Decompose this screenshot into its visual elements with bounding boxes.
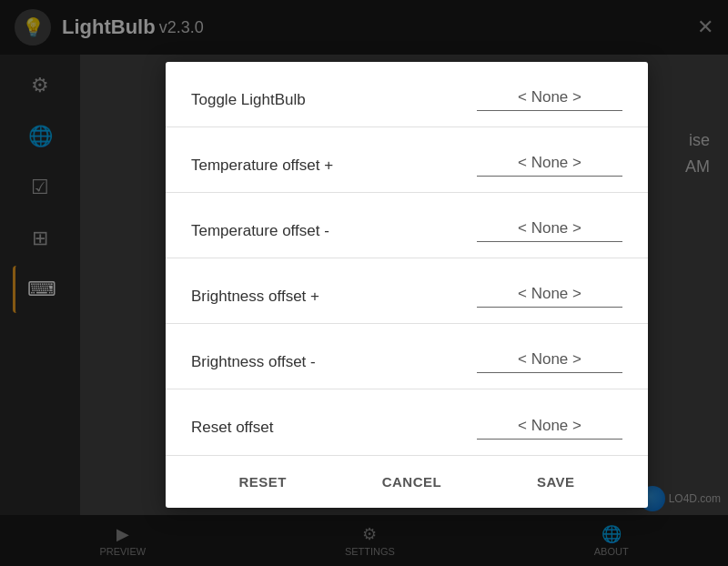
reset-offset-label: Reset offset xyxy=(191,419,273,437)
hotkey-dialog: Toggle LightBulb < None > Temperature of… xyxy=(166,62,648,508)
temperature-offset-minus-value[interactable]: < None > xyxy=(477,219,622,242)
toggle-lightbulb-value[interactable]: < None > xyxy=(477,88,622,111)
save-button[interactable]: SAVE xyxy=(522,469,590,495)
temperature-offset-plus-label: Temperature offset + xyxy=(191,157,333,175)
dialog-footer: RESET CANCEL SAVE xyxy=(166,455,648,508)
reset-offset-value[interactable]: < None > xyxy=(477,417,622,440)
row-brightness-offset-plus[interactable]: Brightness offset + < None > xyxy=(166,258,648,324)
brightness-offset-minus-value[interactable]: < None > xyxy=(477,350,622,373)
toggle-lightbulb-label: Toggle LightBulb xyxy=(191,91,306,109)
row-brightness-offset-minus[interactable]: Brightness offset - < None > xyxy=(166,324,648,389)
brightness-offset-plus-label: Brightness offset + xyxy=(191,288,319,306)
row-temperature-offset-plus[interactable]: Temperature offset + < None > xyxy=(166,127,648,193)
dialog-scroll-area[interactable]: Toggle LightBulb < None > Temperature of… xyxy=(166,62,648,455)
temperature-offset-plus-value[interactable]: < None > xyxy=(477,154,622,177)
row-toggle-lightbulb[interactable]: Toggle LightBulb < None > xyxy=(166,62,648,127)
reset-button[interactable]: RESET xyxy=(224,469,301,495)
brightness-offset-plus-value[interactable]: < None > xyxy=(477,285,622,308)
cancel-button[interactable]: CANCEL xyxy=(368,469,457,495)
row-reset-offset[interactable]: Reset offset < None > xyxy=(166,389,648,455)
brightness-offset-minus-label: Brightness offset - xyxy=(191,353,316,371)
row-temperature-offset-minus[interactable]: Temperature offset - < None > xyxy=(166,193,648,258)
temperature-offset-minus-label: Temperature offset - xyxy=(191,222,329,240)
